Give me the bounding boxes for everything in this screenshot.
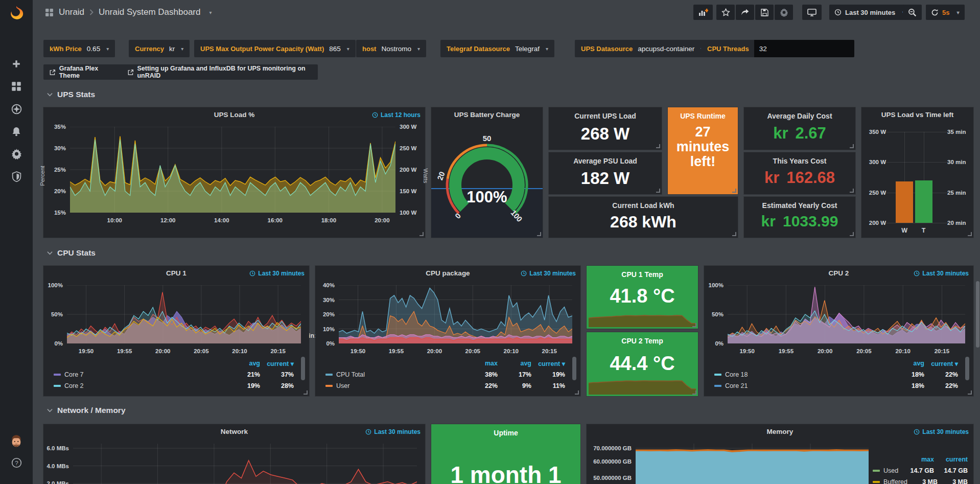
help-icon[interactable]: ? bbox=[0, 453, 33, 472]
stat-title[interactable]: Estimated Yearly Cost bbox=[744, 201, 855, 210]
legend-scrollbar[interactable] bbox=[965, 357, 969, 380]
legend-sort-column[interactable]: current ▾ bbox=[531, 360, 565, 367]
stat-title[interactable]: Average PSU Load bbox=[549, 157, 662, 165]
dashboards-icon[interactable] bbox=[0, 77, 33, 96]
ups-load-chart[interactable]: 35%30%25%20%15%300 W250 W200 W150 W100 W… bbox=[70, 127, 395, 213]
breadcrumb-app[interactable]: Unraid bbox=[59, 7, 84, 17]
settings-gear-button[interactable] bbox=[775, 5, 793, 20]
legend-series-name[interactable]: Used bbox=[873, 467, 900, 474]
legend-sort-column[interactable]: current ▾ bbox=[924, 360, 958, 367]
stat-value: 1 month 1 bbox=[431, 461, 580, 484]
legend-row: Buffered3 MB3 MB bbox=[873, 476, 968, 484]
legend-series-name[interactable]: Core 21 bbox=[714, 382, 891, 389]
link-grafana-plex-theme[interactable]: Grafana Plex Theme bbox=[50, 65, 114, 79]
cpu1-temp-sparkline bbox=[589, 312, 696, 327]
timerange-label: Last 12 hours bbox=[381, 111, 421, 119]
legend-value: 28% bbox=[260, 382, 294, 389]
legend-series-name[interactable]: User bbox=[325, 382, 464, 389]
panel-timerange-link[interactable]: Last 12 hours bbox=[372, 111, 421, 119]
legend-sort-column[interactable]: avg bbox=[226, 360, 260, 367]
axis-tick-x: 20:10 bbox=[232, 348, 247, 354]
zoom-out-button[interactable] bbox=[903, 5, 922, 20]
grafana-logo-icon[interactable] bbox=[0, 4, 33, 24]
legend-series-name[interactable]: Core 2 bbox=[54, 382, 226, 389]
chevron-down-icon: ▾ bbox=[106, 46, 109, 52]
section-ups-stats[interactable]: UPS Stats bbox=[47, 90, 95, 99]
save-button[interactable] bbox=[755, 5, 774, 20]
legend-scrollbar[interactable] bbox=[301, 357, 305, 380]
explore-compass-icon[interactable] bbox=[0, 99, 33, 119]
axis-tick-x: 20:00 bbox=[375, 217, 389, 223]
page-scrollbar-thumb[interactable] bbox=[976, 281, 979, 348]
axis-tick-y: 100 W bbox=[400, 210, 416, 216]
add-panel-button[interactable] bbox=[693, 5, 713, 20]
breadcrumb-dashboard[interactable]: Unraid System Dashboard bbox=[99, 7, 200, 17]
cpu1-chart[interactable]: 100%50%0%19:5019:5520:0020:0520:1020:15 bbox=[67, 285, 301, 343]
ups-load-vs-time-chart[interactable]: WT350 W300 W250 W200 W35 min30 min25 min… bbox=[890, 132, 943, 223]
stat-title[interactable]: CPU 1 Temp bbox=[587, 270, 698, 279]
axis-tick-y: 4.0 MBs bbox=[47, 463, 69, 469]
configuration-gear-icon[interactable] bbox=[0, 144, 33, 164]
cpu-package-chart[interactable]: 40%30%20%10%0%19:5019:5520:0020:0520:102… bbox=[339, 285, 572, 343]
stat-title[interactable]: Uptime bbox=[431, 429, 580, 437]
server-admin-shield-icon[interactable] bbox=[0, 167, 33, 186]
panel-network: Network Last 30 minutes 6.0 MBs4.0 MBs2.… bbox=[43, 424, 425, 484]
link-ups-monitoring-guide[interactable]: Setting up Grafana and InfluxDB for UPS … bbox=[128, 65, 312, 79]
legend-sort-column[interactable]: max bbox=[464, 360, 498, 367]
legend-sort-column[interactable]: current ▾ bbox=[260, 360, 294, 367]
panel-title[interactable]: UPS Load % bbox=[43, 111, 425, 119]
legend-value: 3 MB bbox=[938, 478, 968, 484]
legend-series-name[interactable]: Buffered bbox=[873, 478, 907, 484]
legend-sort-column[interactable]: max bbox=[900, 456, 934, 463]
legend-sort-column[interactable]: avg bbox=[891, 360, 924, 367]
panel-title[interactable]: UPS Load vs Time left bbox=[861, 111, 973, 119]
panel-timerange-link[interactable]: Last 30 minutes bbox=[249, 270, 305, 277]
legend-scrollbar[interactable] bbox=[572, 357, 576, 380]
variable-telegraf-datasource[interactable]: Telegraf Datasource Telegraf ▾ bbox=[440, 40, 554, 57]
refresh-picker[interactable]: 5s ▾ bbox=[926, 5, 965, 20]
create-plus-icon[interactable] bbox=[0, 54, 33, 74]
memory-chart[interactable]: 70.000000 GB60.000000 GB50.000000 GB bbox=[636, 444, 869, 484]
legend-sort-column[interactable]: current bbox=[934, 456, 968, 463]
panel-timerange-link[interactable]: Last 30 minutes bbox=[914, 270, 969, 277]
legend-series-name[interactable]: Core 18 bbox=[714, 371, 891, 378]
timerange-label: Last 30 minutes bbox=[374, 428, 421, 435]
section-network-memory[interactable]: Network / Memory bbox=[47, 406, 126, 415]
link-label: Setting up Grafana and InfluxDB for UPS … bbox=[137, 65, 312, 79]
panel-timerange-link[interactable]: Last 30 minutes bbox=[365, 428, 421, 435]
legend-series-name[interactable]: Core 7 bbox=[54, 371, 226, 378]
variable-ups-datasource[interactable]: UPS Datasource apcupsd-container ▾ bbox=[575, 40, 709, 57]
dashboard-dropdown-caret-icon[interactable]: ▾ bbox=[209, 10, 212, 15]
axis-tick-y: 20% bbox=[323, 311, 335, 317]
stat-title[interactable]: Current Load kWh bbox=[549, 201, 738, 210]
star-button[interactable] bbox=[716, 5, 735, 20]
stat-title[interactable]: CPU 2 Temp bbox=[587, 337, 698, 345]
alerting-bell-icon[interactable] bbox=[0, 122, 33, 141]
panel-timerange-link[interactable]: Last 30 minutes bbox=[914, 428, 969, 435]
stat-title[interactable]: This Years Cost bbox=[744, 157, 855, 165]
panel-this-years-cost: This Years Cost kr 162.68 bbox=[744, 152, 855, 194]
user-avatar[interactable] bbox=[0, 431, 33, 451]
legend-series-name[interactable]: CPU Total bbox=[325, 371, 464, 378]
stat-value: 268 W bbox=[549, 124, 662, 144]
variable-ups-max-power[interactable]: UPS Max Output Power Capacity (Watt) 865… bbox=[194, 40, 356, 57]
cpu2-chart[interactable]: 100%50%0%19:5019:5520:0020:0520:1020:15 bbox=[728, 285, 965, 343]
stat-title[interactable]: Average Daily Cost bbox=[744, 112, 855, 120]
stat-title[interactable]: Current UPS Load bbox=[549, 112, 662, 120]
variable-kwh-price[interactable]: kWh Price 0.65 ▾ bbox=[43, 40, 115, 57]
network-chart[interactable]: 6.0 MBs4.0 MBs2.0 MBs bbox=[73, 444, 417, 484]
variable-currency[interactable]: Currency kr ▾ bbox=[129, 40, 190, 57]
cpu-threads-input[interactable] bbox=[754, 40, 854, 57]
legend-value: 18% bbox=[891, 382, 924, 389]
share-button[interactable] bbox=[736, 5, 754, 20]
variable-value: 865 bbox=[329, 45, 341, 53]
tv-mode-button[interactable] bbox=[802, 5, 822, 20]
legend-sort-column[interactable]: avg bbox=[498, 360, 531, 367]
panel-timerange-link[interactable]: Last 30 minutes bbox=[521, 270, 576, 277]
svg-text:?: ? bbox=[15, 459, 18, 466]
panel-title[interactable]: UPS Battery Charge bbox=[431, 111, 543, 119]
time-range-picker[interactable]: Last 30 minutes ▾ bbox=[829, 5, 910, 20]
stat-title[interactable]: UPS Runtime bbox=[668, 112, 738, 120]
variable-host[interactable]: host Nostromo ▾ bbox=[356, 40, 426, 57]
section-cpu-stats[interactable]: CPU Stats bbox=[47, 248, 96, 258]
